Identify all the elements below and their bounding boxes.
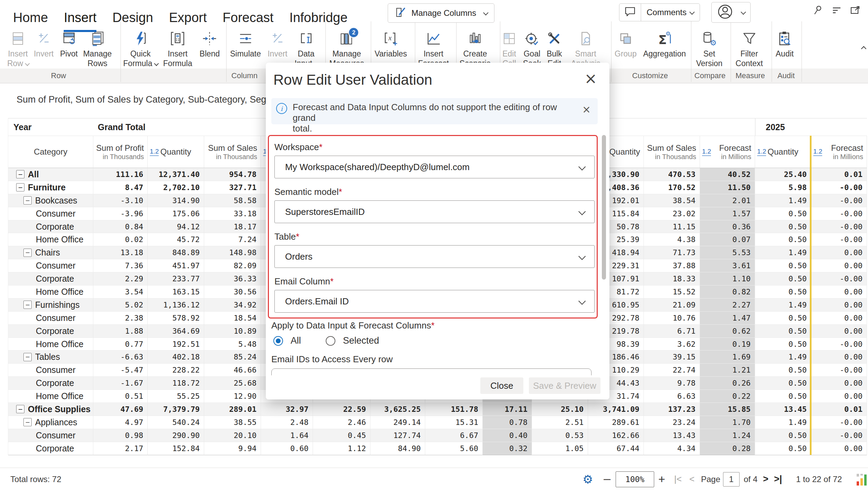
value-cell[interactable]: 9.78 <box>644 377 700 390</box>
value-cell[interactable]: 55.25 <box>148 390 204 403</box>
zoom-level-value[interactable]: 100% <box>616 471 654 487</box>
value-cell[interactable]: 470.53 <box>644 168 700 181</box>
value-cell[interactable]: 127.74 <box>370 429 425 442</box>
category-cell[interactable]: Home Office <box>8 285 93 299</box>
value-cell[interactable]: 111.16 <box>93 168 148 181</box>
close-icon[interactable]: × <box>584 71 597 86</box>
ribbon-button-aggregation[interactable]: Σ⚙Aggregation <box>643 30 686 59</box>
value-cell[interactable]: 137.23 <box>644 403 700 416</box>
value-cell[interactable]: 0.50 <box>755 259 811 272</box>
value-cell[interactable]: 6.67 <box>425 429 483 442</box>
category-cell[interactable]: −All <box>8 168 93 181</box>
ribbon-button-simulate[interactable]: Simulate <box>230 30 261 59</box>
value-cell[interactable]: -5.47 <box>93 364 148 377</box>
value-cell[interactable]: 47.69 <box>93 403 148 416</box>
dialog-scrollbar[interactable] <box>602 135 606 280</box>
close-button[interactable]: Close <box>480 377 523 394</box>
menu-tab-export[interactable]: Export <box>169 10 207 32</box>
value-cell[interactable]: 848.89 <box>148 246 204 259</box>
collapse-toggle-icon[interactable]: − <box>23 353 32 361</box>
value-cell[interactable]: 0.28 <box>700 442 755 455</box>
page-number-input[interactable]: 1 <box>723 472 740 487</box>
value-cell[interactable]: 249.14 <box>370 416 425 429</box>
category-cell[interactable]: −Tables <box>8 351 93 364</box>
value-cell[interactable]: 3.62 <box>644 338 700 351</box>
category-cell[interactable]: Consumer <box>8 364 93 377</box>
value-cell[interactable]: 2.01 <box>700 194 755 207</box>
value-cell[interactable]: 0.00 <box>811 325 867 338</box>
value-cell[interactable]: 0.77 <box>93 338 148 351</box>
value-cell[interactable]: 0.50 <box>755 325 811 338</box>
number-format-link[interactable]: 1.2 <box>757 148 766 156</box>
collapse-toggle-icon[interactable]: − <box>16 183 24 191</box>
value-cell[interactable]: 192.51 <box>148 338 204 351</box>
menu-tab-insert[interactable]: Insert <box>64 10 96 32</box>
focus-mode-icon[interactable] <box>831 5 842 16</box>
value-cell[interactable]: 289.61 <box>588 416 644 429</box>
value-cell[interactable]: 71.73 <box>644 246 700 259</box>
value-cell[interactable]: 15.52 <box>644 285 700 299</box>
ribbon-button-variables[interactable]: xVariables <box>375 30 407 59</box>
value-cell[interactable]: 170.52 <box>644 181 700 194</box>
value-cell[interactable]: 38.55 <box>204 416 261 429</box>
expand-icon[interactable] <box>850 5 861 16</box>
value-cell[interactable]: 1.05 <box>532 442 588 455</box>
value-cell[interactable]: 30.56 <box>204 285 261 299</box>
value-cell[interactable]: 0.50 <box>755 207 811 220</box>
comments-button[interactable]: Comments <box>619 3 700 21</box>
value-cell[interactable]: 0.07 <box>700 233 755 246</box>
value-cell[interactable]: 25.40 <box>755 168 811 181</box>
value-cell[interactable]: 3,625.25 <box>370 403 425 416</box>
value-cell[interactable]: -3.96 <box>93 207 148 220</box>
category-cell[interactable]: −Bookcases <box>8 194 93 207</box>
value-cell[interactable]: 13.43 <box>644 429 700 442</box>
value-cell[interactable]: 37.88 <box>644 259 700 272</box>
category-cell[interactable]: Consumer <box>8 429 93 442</box>
value-cell[interactable]: 1.24 <box>700 429 755 442</box>
value-cell[interactable]: 22.59 <box>313 403 370 416</box>
value-cell[interactable]: 13.18 <box>93 246 148 259</box>
value-cell[interactable]: 82.09 <box>204 259 261 272</box>
value-cell[interactable]: 1.47 <box>700 312 755 325</box>
value-cell[interactable]: 0.60 <box>261 442 313 455</box>
value-cell[interactable]: 11.50 <box>700 181 755 194</box>
value-cell[interactable]: 12.90 <box>204 390 261 403</box>
category-cell[interactable]: −Furniture <box>8 181 93 194</box>
value-cell[interactable]: 0.19 <box>700 338 755 351</box>
value-cell[interactable]: 0.50 <box>755 442 811 455</box>
category-cell[interactable]: Home Office <box>8 338 93 351</box>
collapse-toggle-icon[interactable]: − <box>23 249 32 257</box>
value-cell[interactable]: 0.40 <box>483 429 532 442</box>
value-cell[interactable]: 1.49 <box>755 299 811 312</box>
manage-columns-button[interactable]: Manage Columns <box>388 3 494 23</box>
value-cell[interactable]: 25.10 <box>532 403 588 416</box>
value-cell[interactable]: 18.17 <box>204 220 261 233</box>
category-cell[interactable]: −Office Supplies <box>8 403 93 416</box>
value-cell[interactable]: 3.61 <box>700 259 755 272</box>
number-format-link[interactable]: 1.2 <box>702 148 711 156</box>
value-cell[interactable]: 12,371.40 <box>148 168 204 181</box>
zoom-out-button[interactable]: − <box>603 468 612 490</box>
value-cell[interactable]: -0.00 <box>811 207 867 220</box>
value-cell[interactable]: 15.85 <box>700 403 755 416</box>
value-cell[interactable]: 7.36 <box>93 259 148 272</box>
value-cell[interactable]: 402.18 <box>148 351 204 364</box>
value-cell[interactable]: 6.63 <box>644 390 700 403</box>
collapse-ribbon-icon[interactable] <box>861 46 867 52</box>
value-cell[interactable]: 38.54 <box>644 194 700 207</box>
value-cell[interactable]: 21.09 <box>644 299 700 312</box>
category-cell[interactable]: Corporate <box>8 442 93 455</box>
email-column-select[interactable]: Orders.Email ID <box>274 290 595 313</box>
radio-all[interactable]: All <box>273 335 301 346</box>
value-cell[interactable]: 152.84 <box>148 442 204 455</box>
collapse-toggle-icon[interactable]: − <box>23 301 32 309</box>
value-cell[interactable]: 67.44 <box>588 442 644 455</box>
ribbon-button-set-version[interactable]: ⚙SetVersion <box>696 30 723 68</box>
value-cell[interactable]: 1.49 <box>755 351 811 364</box>
value-cell[interactable]: 0.50 <box>755 233 811 246</box>
value-cell[interactable]: 451.97 <box>148 259 204 272</box>
menu-tab-home[interactable]: Home <box>13 10 48 32</box>
value-cell[interactable]: 5.98 <box>755 181 811 194</box>
value-cell[interactable]: 6.71 <box>644 325 700 338</box>
value-cell[interactable]: 0.00 <box>811 285 867 299</box>
